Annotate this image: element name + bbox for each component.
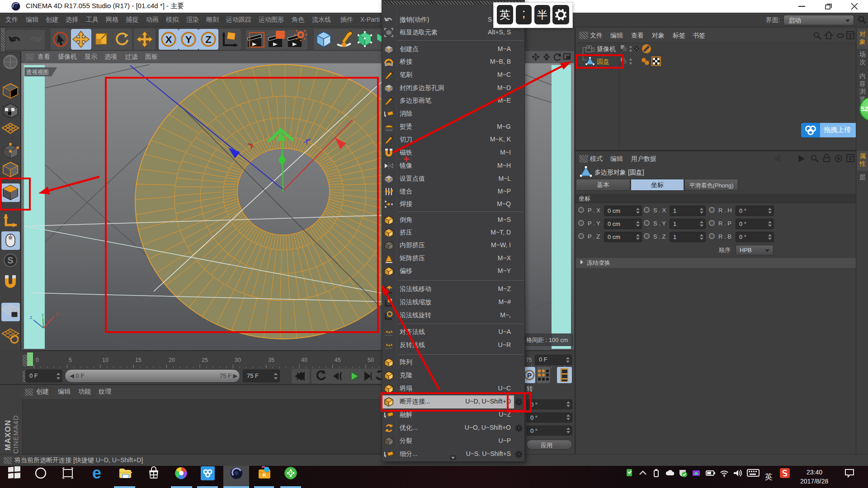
svg-text:Z: Z [205, 34, 211, 45]
svg-text:15: 15 [135, 357, 142, 363]
svg-text:z: z [30, 314, 33, 320]
svg-text:45: 45 [335, 357, 341, 363]
svg-text:35: 35 [268, 357, 274, 363]
svg-text:Y: Y [185, 34, 192, 45]
svg-text:25: 25 [202, 357, 208, 363]
svg-text:50: 50 [368, 357, 374, 363]
svg-text:20: 20 [169, 357, 175, 363]
svg-text:格间距 : 100 cm: 格间距 : 100 cm [526, 337, 568, 343]
svg-text:透视视图: 透视视图 [26, 69, 49, 75]
svg-text:10: 10 [102, 357, 108, 363]
svg-text:x: x [56, 311, 59, 316]
svg-text:30: 30 [235, 357, 241, 363]
svg-text:75: 75 [526, 357, 532, 363]
svg-text:40: 40 [301, 357, 307, 363]
svg-text:5: 5 [69, 357, 72, 363]
svg-text:K: K [263, 472, 266, 478]
svg-text:e: e [92, 466, 101, 480]
svg-text:P: P [527, 371, 532, 379]
svg-text:S: S [7, 255, 13, 265]
svg-text:X: X [165, 34, 172, 45]
svg-text:0: 0 [36, 357, 39, 363]
svg-text:y: y [42, 312, 44, 317]
